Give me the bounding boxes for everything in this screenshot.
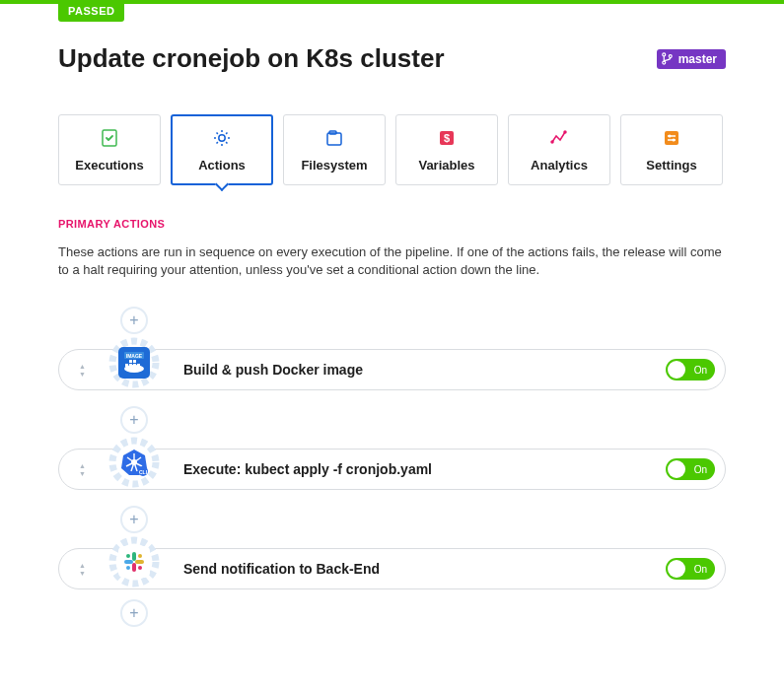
tab-label: Settings <box>646 158 696 173</box>
svg-text:CLI: CLI <box>139 469 148 475</box>
status-badge: PASSED <box>58 0 124 22</box>
branch-label: master <box>678 52 717 66</box>
toggle-text: On <box>694 564 707 575</box>
slack-icon <box>118 546 150 578</box>
svg-point-9 <box>551 141 553 143</box>
tab-actions[interactable]: Actions <box>171 114 273 185</box>
toggle-knob <box>668 560 685 578</box>
action-toggle[interactable]: On <box>666 458 715 480</box>
branch-badge[interactable]: master <box>657 49 726 69</box>
action-label: Build & push Docker image <box>183 362 666 378</box>
svg-rect-31 <box>132 552 136 561</box>
docker-icon: IMAGE <box>118 347 150 379</box>
svg-rect-5 <box>327 133 341 145</box>
add-action-button[interactable]: + <box>120 506 148 533</box>
settings-icon <box>662 128 681 148</box>
svg-point-38 <box>126 566 130 570</box>
filesystem-icon <box>324 128 344 148</box>
svg-point-17 <box>124 365 144 373</box>
svg-point-13 <box>673 138 676 141</box>
action-label: Send notification to Back-End <box>183 561 666 577</box>
svg-point-2 <box>669 55 672 58</box>
svg-rect-11 <box>665 131 678 145</box>
svg-point-36 <box>138 554 142 558</box>
toggle-text: On <box>694 365 707 376</box>
executions-icon <box>100 128 119 148</box>
toggle-text: On <box>694 464 707 475</box>
add-action-button[interactable]: + <box>120 307 148 334</box>
tab-label: Filesystem <box>301 158 367 173</box>
tab-analytics[interactable]: Analytics <box>508 114 610 185</box>
svg-point-4 <box>219 134 225 140</box>
svg-point-1 <box>662 61 665 64</box>
tab-settings[interactable]: Settings <box>620 114 723 185</box>
drag-handle[interactable] <box>79 462 85 477</box>
action-toggle[interactable]: On <box>666 359 715 381</box>
svg-point-35 <box>126 554 130 558</box>
svg-point-37 <box>138 566 142 570</box>
tabs: Executions Actions Filesystem $ Variable… <box>58 114 726 185</box>
svg-rect-32 <box>135 560 144 564</box>
tab-variables[interactable]: $ Variables <box>395 114 498 185</box>
svg-text:IMAGE: IMAGE <box>126 353 143 359</box>
action-icon-container <box>107 535 161 588</box>
tab-label: Analytics <box>531 158 588 173</box>
tab-label: Variables <box>418 158 474 173</box>
variables-icon: $ <box>437 128 457 148</box>
drag-handle[interactable] <box>79 562 85 577</box>
toggle-knob <box>668 460 685 478</box>
svg-text:$: $ <box>444 132 450 144</box>
tab-label: Executions <box>75 158 143 173</box>
toggle-knob <box>668 361 685 379</box>
action-label: Execute: kubect apply -f cronjob.yaml <box>183 461 666 477</box>
section-title: PRIMARY ACTIONS <box>58 218 726 230</box>
add-action-button[interactable]: + <box>120 599 148 627</box>
tab-executions[interactable]: Executions <box>58 114 161 185</box>
tab-filesystem[interactable]: Filesystem <box>283 114 386 185</box>
add-action-button[interactable]: + <box>120 406 148 434</box>
section-description: These actions are run in sequence on eve… <box>58 243 726 279</box>
actions-icon <box>212 128 232 148</box>
analytics-icon <box>549 128 569 148</box>
drag-handle[interactable] <box>79 363 85 378</box>
page-title: Update cronejob on K8s cluster <box>58 43 445 74</box>
svg-point-0 <box>662 53 665 56</box>
action-icon-container: CLI <box>107 436 161 489</box>
branch-icon <box>661 52 674 65</box>
tab-label: Actions <box>198 158 246 173</box>
action-toggle[interactable]: On <box>666 558 715 580</box>
kubernetes-icon: CLI <box>118 447 150 478</box>
svg-rect-33 <box>132 563 136 572</box>
svg-rect-34 <box>124 560 133 564</box>
action-icon-container: IMAGE <box>107 336 161 389</box>
svg-point-10 <box>564 131 566 133</box>
svg-point-12 <box>669 134 672 137</box>
